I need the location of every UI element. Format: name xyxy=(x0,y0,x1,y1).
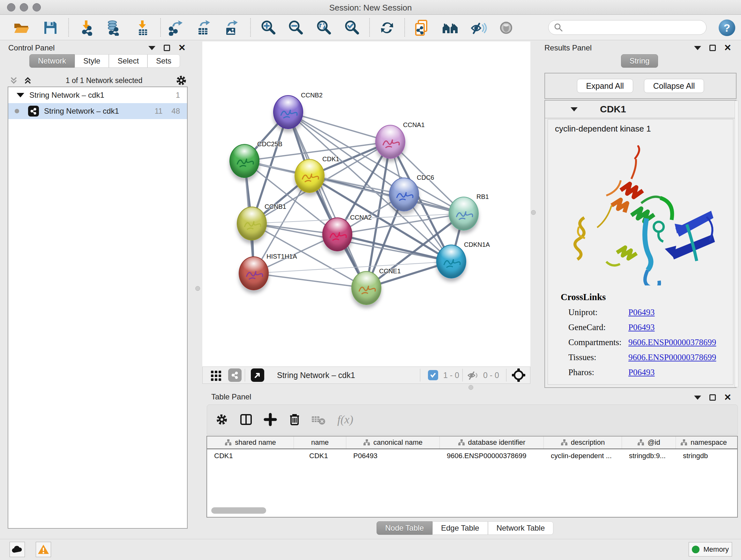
cdk1-section-header[interactable]: CDK1 xyxy=(545,101,736,118)
zoom-out-button[interactable] xyxy=(286,19,305,37)
show-columns-icon[interactable] xyxy=(239,413,253,427)
node-label-CDC25B[interactable]: CDC25B xyxy=(257,140,282,148)
node-label-CCNB1[interactable]: CCNB1 xyxy=(265,203,286,210)
crosslink-link[interactable]: P06493 xyxy=(628,307,655,317)
network-node-CCNE1[interactable] xyxy=(351,271,381,305)
hide-selected-button[interactable] xyxy=(469,19,487,37)
node-label-RB1[interactable]: RB1 xyxy=(476,193,489,200)
network-options-gear-icon[interactable] xyxy=(175,74,188,87)
show-all-button[interactable] xyxy=(497,19,515,37)
tab-sets[interactable]: Sets xyxy=(147,54,180,68)
column-header[interactable]: name xyxy=(294,436,346,449)
open-session-button[interactable] xyxy=(13,19,30,37)
cell-shared-name[interactable]: CDK1 xyxy=(207,449,294,462)
cell-namespace[interactable]: stringdb xyxy=(676,449,737,462)
birdseye-navigator-icon[interactable] xyxy=(512,368,526,382)
network-node-CDKN1A[interactable] xyxy=(436,245,466,278)
tab-select[interactable]: Select xyxy=(109,54,147,68)
table-horizontal-scrollbar[interactable] xyxy=(211,507,266,514)
expand-all-button[interactable]: Expand All xyxy=(577,79,633,93)
close-panel-icon[interactable]: ✕ xyxy=(724,394,731,401)
detach-view-button[interactable] xyxy=(251,368,264,382)
column-header[interactable]: canonical name xyxy=(346,436,440,449)
crosslink-link[interactable]: 9606.ENSP00000378699 xyxy=(628,353,716,362)
import-table-button[interactable] xyxy=(133,19,151,37)
cell-description[interactable]: cyclin-dependent ... xyxy=(544,449,622,462)
help-button[interactable]: ? xyxy=(719,19,735,36)
column-header[interactable]: database identifier xyxy=(440,436,544,449)
panel-menu-icon[interactable] xyxy=(694,395,701,400)
splitter-handle-bottom[interactable] xyxy=(468,385,473,390)
node-label-CCNA1[interactable]: CCNA1 xyxy=(403,121,425,129)
grid-view-icon[interactable] xyxy=(210,369,222,381)
column-header[interactable]: shared name xyxy=(207,436,294,449)
column-header[interactable]: namespace xyxy=(676,436,737,449)
results-scrollbar[interactable] xyxy=(735,101,738,387)
table-options-gear-icon[interactable] xyxy=(215,413,229,427)
float-panel-icon[interactable] xyxy=(164,45,170,51)
refresh-layout-button[interactable] xyxy=(378,19,396,37)
selected-items-checkbox[interactable] xyxy=(428,370,438,380)
network-node-CDK1[interactable] xyxy=(294,159,325,193)
node-label-CDK1[interactable]: CDK1 xyxy=(322,155,339,163)
tab-string[interactable]: String xyxy=(621,54,658,68)
network-home-button[interactable] xyxy=(441,19,459,37)
crosslink-link[interactable]: P06493 xyxy=(628,322,655,332)
expand-all-chevron-icon[interactable] xyxy=(22,75,33,86)
tab-edge-table[interactable]: Edge Table xyxy=(432,521,488,535)
tab-network[interactable]: Network xyxy=(29,54,75,68)
cloud-status-button[interactable] xyxy=(10,542,25,557)
cell-name[interactable]: CDK1 xyxy=(294,449,346,462)
copy-style-button[interactable] xyxy=(413,19,431,37)
float-panel-icon[interactable] xyxy=(710,45,716,51)
network-collection-row[interactable]: String Network – cdk1 1 xyxy=(8,87,187,103)
export-network-button[interactable] xyxy=(167,19,185,37)
crosslink-link[interactable]: 9606.ENSP00000378699 xyxy=(628,337,716,348)
node-label-CDKN1A[interactable]: CDKN1A xyxy=(464,241,490,248)
collapse-all-chevron-icon[interactable] xyxy=(8,75,19,86)
cell-canonical-name[interactable]: P06493 xyxy=(346,449,440,462)
float-panel-icon[interactable] xyxy=(710,394,716,401)
splitter-handle-left[interactable] xyxy=(195,286,200,291)
import-network-database-button[interactable] xyxy=(105,19,122,37)
section-collapse-icon[interactable] xyxy=(570,107,578,111)
network-canvas[interactable]: CCNB2CCNA1CDC25BCDK1CDC6RB1CCNB1CCNA2CDK… xyxy=(202,42,530,367)
network-node-RB1[interactable] xyxy=(449,197,479,231)
network-node-HIST1H1A[interactable] xyxy=(239,256,269,290)
network-row-selected[interactable]: String Network – cdk1 11 48 xyxy=(8,103,187,119)
panel-menu-icon[interactable] xyxy=(148,46,155,50)
cell-database-identifier[interactable]: 9606.ENSP00000378699 xyxy=(440,449,544,462)
network-node-CCNB2[interactable] xyxy=(273,95,303,129)
save-session-button[interactable] xyxy=(42,19,59,37)
export-image-button[interactable] xyxy=(222,19,240,37)
import-network-file-button[interactable] xyxy=(77,19,95,37)
column-header[interactable]: description xyxy=(544,436,622,449)
crosslink-link[interactable]: P06493 xyxy=(628,368,655,377)
network-node-CDC6[interactable] xyxy=(389,178,419,211)
table-row[interactable]: CDK1 CDK1 P06493 9606.ENSP00000378699 cy… xyxy=(207,449,737,462)
node-label-HIST1H1A[interactable]: HIST1H1A xyxy=(266,253,297,260)
zoom-fit-button[interactable] xyxy=(315,19,333,37)
cell-id[interactable]: stringdb:9... xyxy=(622,449,676,462)
network-node-CCNB1[interactable] xyxy=(237,206,267,240)
close-panel-icon[interactable]: ✕ xyxy=(179,45,186,51)
network-node-CCNA1[interactable] xyxy=(375,125,405,159)
zoom-in-button[interactable] xyxy=(259,19,277,37)
node-label-CCNE1[interactable]: CCNE1 xyxy=(379,267,401,275)
tab-style[interactable]: Style xyxy=(75,54,109,68)
node-label-CCNB2[interactable]: CCNB2 xyxy=(301,91,323,99)
memory-button[interactable]: Memory xyxy=(689,542,732,557)
export-table-button[interactable] xyxy=(194,19,212,37)
network-node-CDC25B[interactable] xyxy=(229,144,259,178)
splitter-handle-right[interactable] xyxy=(531,210,536,215)
network-edge-CCNA2-CDKN1A[interactable] xyxy=(337,234,451,261)
node-label-CDC6[interactable]: CDC6 xyxy=(417,174,434,181)
warnings-button[interactable] xyxy=(36,542,51,557)
delete-column-trash-icon[interactable] xyxy=(287,413,301,427)
collapse-all-button[interactable]: Collapse All xyxy=(644,79,704,93)
network-view-type-icon[interactable] xyxy=(228,368,242,382)
network-edge-HIST1H1A-CCNE1[interactable] xyxy=(254,273,366,288)
panel-menu-icon[interactable] xyxy=(694,46,701,50)
search-input[interactable] xyxy=(548,20,706,35)
tab-network-table[interactable]: Network Table xyxy=(488,521,554,535)
